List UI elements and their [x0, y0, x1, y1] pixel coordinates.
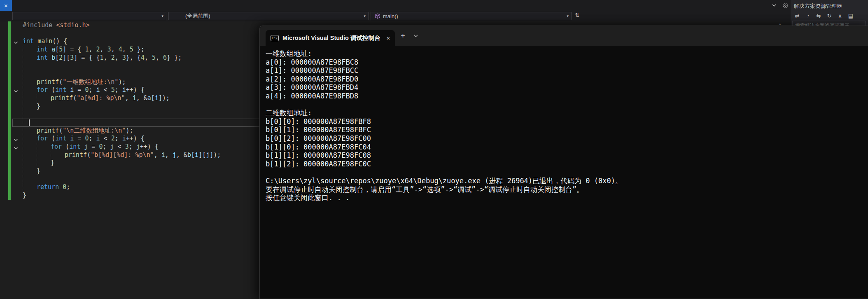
dropdown-arrow-icon: ▾ — [364, 14, 366, 18]
console-line: a[0]: 000000A87E98FBC8 — [266, 58, 868, 67]
code-line[interactable]: int b[2][3] = { {1, 2, 3}, {4, 5, 6} }; — [23, 54, 221, 62]
console-title-bar[interactable]: C:\ Microsoft Visual Studio 调试控制台 × + — [260, 26, 868, 46]
console-line: 按任意键关闭此窗口. . . — [266, 194, 868, 202]
code-line[interactable]: printf("一维数组地址:\n"); — [23, 78, 221, 86]
indent-guide — [23, 62, 37, 70]
console-line: a[4]: 000000A87E98FBD8 — [266, 92, 868, 100]
chevron-down-icon[interactable] — [771, 2, 777, 9]
solution-explorer-title: 解决方案资源管理器 — [791, 0, 868, 11]
close-button[interactable]: × — [0, 0, 12, 11]
console-line: a[3]: 000000A87E98FBD4 — [266, 83, 868, 92]
tab-dropdown-icon[interactable] — [413, 33, 418, 38]
code-line[interactable]: for (int j = 0; j < 3; j++) { — [23, 143, 221, 151]
console-line: b[0][2]: 000000A87E98FC00 — [266, 134, 868, 143]
fold-chevron-icon[interactable] — [14, 88, 19, 93]
pending-changes-filter-icon[interactable]: ◔ — [805, 13, 811, 19]
collapse-all-icon[interactable]: ∧ — [837, 13, 843, 19]
fold-chevron-icon[interactable] — [14, 145, 19, 150]
console-line: b[1][0]: 000000A87E98FC04 — [266, 143, 868, 152]
navbar-toggle-icon[interactable]: ⇅ — [575, 12, 580, 19]
code-line[interactable] — [23, 110, 221, 119]
close-icon: × — [4, 2, 8, 9]
console-line: b[0][0]: 000000A87E98FBF8 — [266, 117, 868, 126]
indent-guide — [37, 151, 51, 159]
indent-guide — [23, 54, 37, 62]
indent-guide — [23, 159, 37, 167]
console-line: b[1][1]: 000000A87E98FC08 — [266, 151, 868, 160]
indent-guide — [23, 135, 37, 143]
visual-studio-window: × ▾ (全局范围) ▾ — [0, 0, 868, 299]
code-line[interactable]: #include <stdio.h> — [23, 21, 221, 30]
console-line: a[1]: 000000A87E98FBCC — [266, 66, 868, 75]
solution-explorer-toolbar: ⇄◔⇆↻∧▤ — [791, 11, 868, 20]
code-line[interactable]: int main() { — [23, 37, 221, 46]
console-line: 一维数组地址: — [266, 49, 868, 58]
indent-guide — [23, 70, 37, 78]
indent-guide — [23, 46, 37, 54]
fold-chevron-icon[interactable] — [14, 136, 19, 141]
indent-guide — [37, 143, 51, 151]
code-line[interactable] — [23, 175, 221, 183]
fold-chevron-icon[interactable] — [14, 39, 19, 44]
indent-guide — [23, 78, 37, 86]
indent-guide — [23, 167, 37, 175]
console-line — [266, 168, 868, 177]
indent-guide — [23, 94, 37, 103]
indent-guide — [23, 143, 37, 151]
sync-with-active-document-icon[interactable]: ⇄ — [794, 13, 800, 19]
indent-guide — [51, 151, 65, 159]
console-tab[interactable]: C:\ Microsoft Visual Studio 调试控制台 × — [266, 30, 395, 46]
show-all-files-icon[interactable]: ▤ — [847, 13, 854, 19]
title-bar-actions — [771, 0, 789, 11]
code-line[interactable]: } — [23, 159, 221, 167]
console-line — [266, 100, 868, 109]
navigation-bar: ▾ (全局范围) ▾ main() ▾ ⇅ — [0, 11, 791, 22]
indent-guide — [23, 175, 37, 183]
console-line: a[2]: 000000A87E98FBD0 — [266, 75, 868, 84]
new-tab-button[interactable]: + — [401, 32, 405, 40]
scope-dropdown[interactable]: (全局范围) ▾ — [168, 12, 369, 20]
code-line[interactable]: for (int i = 0; i < 5; i++) { — [23, 86, 221, 94]
code-line[interactable]: for (int i = 0; i < 2; i++) { — [23, 135, 221, 143]
console-tab-title: Microsoft Visual Studio 调试控制台 — [282, 34, 380, 42]
code-line[interactable]: printf("a[%d]: %p\n", i, &a[i]); — [23, 94, 221, 103]
code-line[interactable] — [23, 70, 221, 78]
indent-guide — [37, 159, 51, 167]
tab-bar-actions: + — [401, 26, 418, 46]
console-line: C:\Users\zyl\source\repos\zuoye\x64\Debu… — [266, 177, 868, 185]
indent-guide — [37, 94, 51, 103]
indent-guide — [23, 103, 37, 111]
member-dropdown-value: main() — [383, 13, 398, 19]
refresh-icon[interactable]: ↻ — [826, 13, 833, 19]
switch-views-icon[interactable]: ⇆ — [815, 13, 822, 19]
indent-guide — [23, 127, 37, 135]
code-line[interactable] — [23, 30, 221, 38]
code-line[interactable]: return 0; — [23, 183, 221, 192]
project-dropdown[interactable]: ▾ — [12, 12, 166, 20]
console-line: b[1][2]: 000000A87E98FC0C — [266, 160, 868, 168]
console-icon: C:\ — [271, 35, 279, 41]
code-line[interactable] — [23, 62, 221, 70]
indent-guide — [23, 183, 37, 192]
dropdown-arrow-icon: ▾ — [161, 14, 163, 18]
code-line[interactable]: } — [23, 167, 221, 175]
tab-close-icon[interactable]: × — [386, 35, 390, 42]
title-bar: × — [0, 0, 868, 11]
scope-dropdown-value: (全局范围) — [185, 12, 210, 20]
code-line[interactable]: } — [23, 103, 221, 111]
debug-console-window: C:\ Microsoft Visual Studio 调试控制台 × + 一维… — [259, 26, 868, 299]
code-lines[interactable]: #include <stdio.h>int main() {int a[5] =… — [23, 21, 221, 199]
member-dropdown[interactable]: main() ▾ — [371, 12, 572, 20]
code-line[interactable]: printf("\n二维数组地址:\n"); — [23, 127, 221, 135]
code-line[interactable]: } — [23, 192, 221, 200]
console-output[interactable]: 一维数组地址:a[0]: 000000A87E98FBC8a[1]: 00000… — [260, 46, 868, 299]
gear-icon[interactable] — [782, 2, 789, 9]
code-line[interactable]: printf("b[%d][%d]: %p\n", i, j, &b[i][j]… — [23, 151, 221, 159]
change-tracking-bar — [8, 21, 11, 200]
console-line: 二维数组地址: — [266, 109, 868, 117]
indent-guide — [23, 151, 37, 159]
indent-guide — [23, 86, 37, 94]
code-line[interactable]: int a[5] = { 1, 2, 3, 4, 5 }; — [23, 46, 221, 54]
method-cube-icon — [375, 13, 380, 19]
indent-guide — [23, 110, 37, 119]
